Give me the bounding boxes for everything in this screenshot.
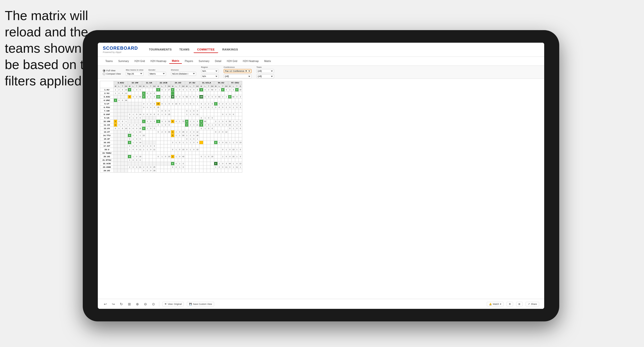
matrix-cell [128,120,131,123]
matrix-cell [182,137,185,141]
matrix-cell: 0 [164,113,167,116]
matrix-cell [239,113,242,116]
matrix-cell: 1 [182,102,185,106]
matrix-cell [239,158,242,162]
matrix-cell [207,99,210,102]
layout-btn[interactable]: ⊞ [516,302,523,306]
matrix-cell: 1 [192,102,196,106]
matrix-cell [124,116,128,120]
compact-view-radio[interactable] [103,73,105,75]
matrix-cell: 0 [210,116,214,120]
subnav-h2h-heatmap2[interactable]: H2H Heatmap [240,59,261,64]
matrix-cell [117,141,121,144]
nav-committee[interactable]: COMMITTEE [194,46,218,53]
save-custom-view-btn[interactable]: 💾 Save Custom View [187,302,214,306]
col-header-uw: 10. UW [128,81,142,85]
matrix-area[interactable]: 3. ASU 10. UW 11. UA 22. UCB 24. UO 27. … [98,79,544,299]
nav-teams[interactable]: TEAMS [176,46,193,53]
view-original-btn[interactable]: 👁 View: Original [162,302,184,306]
subnav-summary2[interactable]: Summary [196,59,212,64]
nav-rankings[interactable]: RANKINGS [219,46,241,53]
matrix-cell: 0 [228,127,232,130]
subnav-matrix2[interactable]: Matrix [262,59,274,64]
max-teams-select[interactable]: Top 25 Top 50 All [126,72,143,76]
region-select[interactable]: N/A [201,69,219,73]
team-select2[interactable]: (All) [257,74,274,78]
matrix-cell [235,169,239,172]
matrix-cell: 0 [185,120,189,123]
matrix-cell: 27 [167,88,171,92]
watch-btn[interactable]: 🔔 Watch ▾ [487,302,504,306]
zoom-in-btn[interactable]: ⊕ [135,302,140,307]
share-btn[interactable]: ↗ Share [526,302,539,306]
matrix-cell [171,106,175,109]
redo-btn[interactable]: ↪ [111,302,116,307]
matrix-cell: 29 [152,169,156,172]
full-view-option[interactable]: Full View [103,69,121,72]
matrix-cell [185,158,189,162]
matrix-cell: 0 [149,92,152,95]
matrix-cell [128,169,131,172]
matrix-cell [171,137,175,141]
matrix-cell: 0 [138,158,142,162]
matrix-cell [196,127,199,130]
matrix-cell: 0 [117,99,121,102]
matrix-cell: 52 [185,95,189,99]
matrix-cell: 0 [224,88,228,92]
subnav-summary1[interactable]: Summary [116,59,131,64]
conference-select2[interactable]: (All) [224,74,252,78]
matrix-cell: 1 [185,113,189,116]
matrix-cell [131,102,135,106]
matrix-cell [114,134,117,137]
zoom-fit-btn[interactable]: ⊞ [127,302,132,307]
matrix-cell: 1 [160,123,164,127]
matrix-cell [171,127,175,130]
matrix-cell: 1 [145,148,149,151]
matrix-cell: 0 [152,144,156,148]
matrix-cell [182,158,185,162]
matrix-cell: 3 [224,162,228,165]
matrix-cell: 0 [135,123,138,127]
matrix-cell: 0 [199,116,203,120]
matrix-cell: 0 [121,92,124,95]
matrix-cell: 1 [228,102,232,106]
matrix-cell [171,169,175,172]
subnav-h2h-heatmap1[interactable]: H2H Heatmap [148,59,169,64]
conference-select[interactable]: Pac-12 Conference ▼ (All) [224,69,252,73]
matrix-cell [178,123,182,127]
matrix-cell [196,106,199,109]
subnav-h2h-grid2[interactable]: H2H Grid [224,59,240,64]
matrix-cell: 0 [221,165,224,169]
matrix-cell [171,109,175,113]
matrix-cell [145,99,149,102]
gender-select[interactable]: Men's Women's [148,72,166,76]
subnav-matrix1[interactable]: Matrix [169,59,182,64]
matrix-cell: 0 [135,165,138,169]
matrix-cell: 23 [124,88,128,92]
matrix-cell: 0 [203,88,207,92]
full-view-radio[interactable] [103,69,105,72]
compact-view-option[interactable]: Compact View [103,73,121,75]
matrix-cell: 4 [131,95,135,99]
matrix-cell [232,144,235,148]
region-select2[interactable]: N/A [201,74,219,78]
zoom-out-btn[interactable]: ⊖ [143,302,148,307]
undo-btn[interactable]: ↩ [103,302,108,307]
matrix-cell [217,113,221,116]
division-select[interactable]: NCAA Division I NCAA Division II NCAA Di… [171,72,196,76]
reset-btn[interactable]: ⊙ [151,302,156,307]
settings-btn[interactable]: ⚙ [507,302,513,306]
subnav-detail[interactable]: Detail [212,59,224,64]
matrix-cell: 2 [214,120,217,123]
subnav-h2h-grid1[interactable]: H2H Grid [132,59,147,64]
matrix-cell: 0 [210,127,214,130]
matrix-cell [124,162,128,165]
subnav-players[interactable]: Players [182,59,196,64]
nav-tournaments[interactable]: TOURNAMENTS [145,46,175,53]
matrix-cell [221,158,224,162]
matrix-cell: 0 [203,95,207,99]
matrix-cell [138,120,142,123]
reload-btn[interactable]: ↻ [119,302,124,307]
team-select[interactable]: (All) [257,69,274,73]
subnav-teams[interactable]: Teams [103,59,115,64]
